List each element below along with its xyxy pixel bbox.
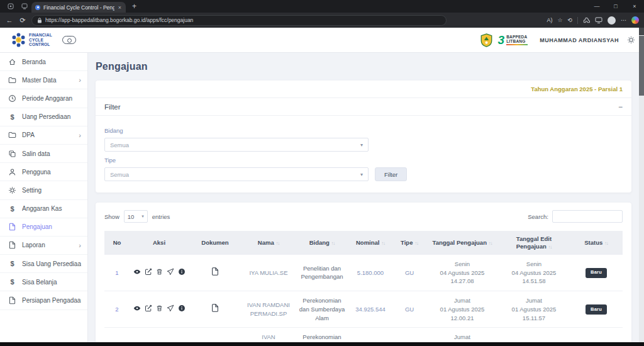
user-icon [8,168,16,176]
filter-body: Bidang Semua ▾ Tipe Semua ▾ Filter [96,116,631,193]
col-nama[interactable]: Nama↑↓ [242,231,296,255]
sidebar-item-master-data[interactable]: Master Data › [0,71,87,89]
send-icon[interactable] [167,268,174,276]
scrollbar-thumb[interactable] [639,36,644,96]
browser-toolbar-icons: A) ☆ ⟲ ⋯ [547,16,639,25]
sidebar-item-uang-persediaan[interactable]: $ Uang Persediaan [0,108,87,126]
browser-tab[interactable]: Financial Cycle Control - Pengaju... × [31,2,126,13]
sidebar-item-sisa-belanja[interactable]: $ Sisa Belanja [0,273,87,291]
col-bidang[interactable]: Bidang↑↓ [296,231,348,255]
tab-close-icon[interactable]: × [118,4,122,11]
header-right: 3 BAPPEDA LITBANG MUHAMMAD ARDIANSYAH [480,33,635,47]
row-actions [133,268,186,276]
col-dokumen: Dokumen [189,231,242,255]
read-aloud-icon[interactable]: A) [547,17,552,23]
folder-icon [8,76,16,84]
filter-button[interactable]: Filter [375,167,407,181]
sidebar-item-periode-anggaran[interactable]: Periode Anggaran [0,89,87,108]
fcc-logo[interactable]: FINANCIAL CYCLE CONTROL [11,33,52,47]
edit-icon[interactable] [145,268,152,276]
file-icon [8,241,16,249]
dollar-icon: $ [8,278,16,286]
profile-avatar[interactable] [608,16,616,25]
sidebar-item-pengguna[interactable]: Pengguna [0,163,87,181]
col-no: No [104,231,130,255]
delete-icon[interactable] [156,268,163,276]
file-icon [8,296,16,304]
bookmark-star-icon[interactable]: ☆ [557,17,562,23]
send-icon[interactable] [167,304,174,312]
settings-gear-icon[interactable] [627,36,635,44]
refresh-button[interactable]: ⟳ [18,16,27,25]
browser-menu-icon[interactable]: ⋯ [621,17,626,23]
sidebar-item-setting[interactable]: Setting [0,181,87,199]
sidebar: Beranda Master Data › Periode Anggaran $… [0,53,88,342]
sidebar-item-beranda[interactable]: Beranda [0,53,87,71]
dollar-icon: $ [8,113,16,121]
cast-screen-icon[interactable] [595,17,602,23]
sidebar-item-anggaran-kas[interactable]: $ Anggaran Kas [0,200,87,218]
edit-icon[interactable] [145,304,152,312]
sidebar-item-laporan[interactable]: Laporan › [0,237,87,255]
tipe-select[interactable]: Semua ▾ [104,167,369,181]
pengajuan-table: No Aksi Dokumen Nama↑↓ Bidang↑↓ Nominal↑… [104,231,623,342]
period-label: Tahun Anggaran 2025 - Parsial 1 [531,86,623,92]
window-controls: — □ × [587,0,644,13]
document-icon[interactable] [211,303,219,313]
bappeda-mark: 3 [498,34,505,46]
info-icon[interactable] [178,304,186,312]
browser-address-bar: ← ⟳ https://app-bappedalitbang.bogorkab.… [0,13,644,28]
new-tab-button[interactable]: + [132,2,136,11]
collapse-minus-icon[interactable]: − [618,103,623,111]
sidebar-item-sisa-uang-persediaan[interactable]: $ Sisa Uang Persediaan [0,255,87,273]
close-window-button[interactable]: × [625,0,644,13]
col-nominal[interactable]: Nominal↑↓ [348,231,392,255]
minimize-button[interactable]: — [587,0,606,13]
view-icon[interactable] [133,268,141,276]
sidebar-item-salin-data[interactable]: Salin data [0,145,87,163]
sort-icon: ↑↓ [381,240,385,246]
filter-header[interactable]: Filter − [96,98,631,116]
copy-icon [8,150,16,158]
col-tanggal-edit[interactable]: Tanggal Edit Pengajuan↑↓ [498,231,570,255]
info-icon[interactable] [178,268,186,276]
sidebar-toggle[interactable] [62,36,76,44]
delete-icon[interactable] [156,304,163,312]
back-button[interactable]: ← [5,16,14,24]
sidebar-item-persiapan-pengadaan[interactable]: Persiapan Pengadaan [0,291,87,310]
document-icon[interactable] [211,267,219,276]
table-header-row: No Aksi Dokumen Nama↑↓ Bidang↑↓ Nominal↑… [104,231,623,255]
sidebar-item-pengajuan[interactable]: Pengajuan [0,218,87,237]
filter-card: Tahun Anggaran 2025 - Parsial 1 Filter −… [96,81,631,193]
col-tipe[interactable]: Tipe↑↓ [392,231,426,255]
copilot-icon[interactable] [631,16,639,24]
toolbar-divider [577,17,578,24]
sort-icon: ↑↓ [548,244,552,250]
filter-title: Filter [104,103,121,111]
sort-icon: ↑↓ [604,240,608,246]
bidang-select[interactable]: Semua ▾ [104,138,369,152]
status-badge: Baru [586,268,607,278]
page-scrollbar[interactable] [639,28,644,342]
col-status[interactable]: Status↑↓ [570,231,623,255]
clock-icon [8,94,16,103]
page-length-group: Show 10 ▾ entries [104,210,170,223]
workspaces-icon[interactable] [6,2,15,11]
search-input[interactable] [552,210,623,223]
maximize-button[interactable]: □ [606,0,625,13]
chevron-right-icon: › [79,76,81,84]
url-field[interactable]: https://app-bappedalitbang.bogorkab.go.i… [31,15,447,26]
period-strip: Tahun Anggaran 2025 - Parsial 1 [96,81,631,98]
tab-title: Financial Cycle Control - Pengaju... [43,4,114,11]
bappeda-subline [506,44,528,45]
extensions-icon[interactable] [583,17,590,24]
user-name[interactable]: MUHAMMAD ARDIANSYAH [540,37,619,43]
page-length-select[interactable]: 10 ▾ [124,210,148,223]
tab-search-icon[interactable] [20,2,29,11]
col-tanggal-pengajuan[interactable]: Tanggal Pengajuan↑↓ [426,231,498,255]
view-icon[interactable] [133,304,141,312]
history-icon[interactable]: ⟲ [567,17,572,23]
main-content: Pengajuan Tahun Anggaran 2025 - Parsial … [88,53,644,342]
sidebar-item-dpa[interactable]: DPA › [0,126,87,145]
url-text: https://app-bappedalitbang.bogorkab.go.i… [45,17,193,23]
